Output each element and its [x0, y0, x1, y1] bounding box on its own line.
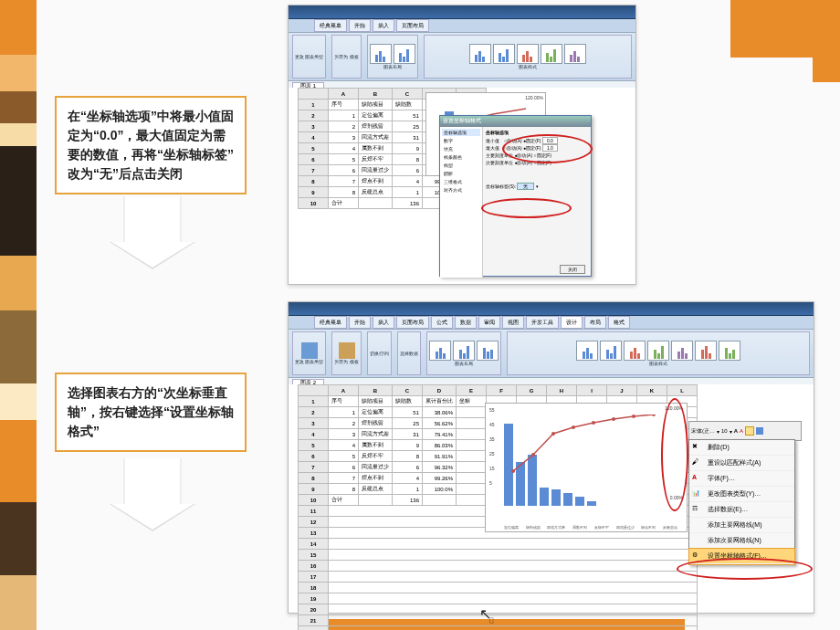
worksheet-1[interactable]: ABCDE 1序号缺陷项目缺陷数累计百分比坐标 21定位偏离5138.06% 3…	[289, 88, 635, 284]
tab[interactable]: 插入	[373, 19, 394, 32]
chart-type-icon: 📊	[692, 489, 701, 499]
window-titlebar	[289, 5, 635, 19]
svg-point-1	[531, 453, 535, 457]
cum-line	[504, 415, 668, 506]
svg-point-0	[511, 469, 515, 473]
ribbon-change-type[interactable]: 更改 图表类型	[292, 331, 326, 375]
embedded-chart-2[interactable]: 55 45 35 25 15 5 120.00% 0.00%	[485, 403, 688, 532]
screenshot-excel-2: 经典菜单 开始 插入 页面布局 公式 数据 审阅 视图 开发工具 设计 布局 格…	[288, 301, 814, 614]
mouse-cursor-icon: ↖⌷	[479, 605, 492, 625]
arrow-down-1	[123, 196, 182, 242]
tab-design[interactable]: 设计	[561, 316, 583, 329]
ribbon-switch[interactable]: 切换行/列	[367, 331, 392, 375]
ribbon-group-styles: 图表样式	[424, 35, 632, 79]
tab[interactable]: 开始	[349, 316, 371, 329]
tab[interactable]: 经典菜单	[314, 19, 347, 32]
tab[interactable]: 页面布局	[396, 19, 429, 32]
font-icon: A	[692, 474, 701, 483]
tab[interactable]: 页面布局	[396, 316, 429, 329]
ribbon: 更改 图表类型 另存为 模板 图表布局 图表样式	[289, 33, 635, 81]
ribbon-tabs: 经典菜单 开始 插入 页面布局 公式 数据 审阅 视图 开发工具 设计 布局 格…	[289, 316, 814, 330]
screenshot-excel-1: 经典菜单 开始 插入 页面布局 更改 图表类型 另存为 模板 图表布局	[288, 5, 636, 285]
ctx-format-axis[interactable]: ⚙设置坐标轴格式(F)…	[689, 549, 794, 564]
worksheet-2[interactable]: ABCDEFGHIJKL 1序号缺陷项目缺陷数累计百分比坐标 21定位偏离513…	[289, 384, 814, 613]
ribbon-group-styles: 图表样式	[507, 331, 810, 375]
delete-icon: ✖	[692, 443, 701, 452]
dialog-sidebar[interactable]: 坐标轴选项 数字 填充 线条颜色 线型 阴影 三维格式 对齐方式	[440, 127, 483, 278]
tab[interactable]: 格式	[608, 316, 630, 329]
svg-point-2	[551, 432, 555, 436]
tab[interactable]: 布局	[584, 316, 606, 329]
tab[interactable]: 经典菜单	[314, 316, 347, 329]
close-button[interactable]: 关闭	[560, 265, 585, 274]
svg-point-3	[572, 425, 575, 429]
ctx-reset-style[interactable]: 🖌重设以匹配样式(A)	[689, 456, 794, 471]
format-axis-dialog[interactable]: 设置坐标轴格式 坐标轴选项 数字 填充 线条颜色 线型 阴影 三维格式 对齐方式…	[439, 115, 592, 277]
corner-decoration-top	[730, 0, 840, 82]
ribbon-group-layout: 图表布局	[367, 35, 418, 79]
tab[interactable]: 公式	[431, 316, 453, 329]
slide: 在“坐标轴选项”中将最小值固定为“0.0”，最大值固定为需要的数值，再将“坐标轴…	[0, 0, 840, 630]
format-axis-icon: ⚙	[692, 551, 701, 561]
tick-label-dropdown[interactable]: 无	[517, 183, 534, 190]
tab[interactable]: 插入	[373, 316, 394, 329]
ctx-delete[interactable]: ✖删除(D)	[689, 440, 794, 456]
select-data-icon: ☶	[692, 505, 701, 514]
ribbon-group-template[interactable]: 另存为 模板	[331, 35, 361, 79]
ctx-change-chart-type[interactable]: 📊更改图表类型(Y)…	[689, 487, 794, 502]
arrow-down-2	[123, 458, 182, 504]
tab[interactable]: 开始	[349, 19, 371, 32]
ctx-font[interactable]: A字体(F)…	[689, 471, 794, 487]
callout-secondary-axis: 选择图表右方的“次坐标垂直轴”，按右键选择“设置坐标轴格式”	[55, 373, 247, 452]
tab[interactable]: 视图	[502, 316, 524, 329]
ribbon-save-template[interactable]: 另存为 模板	[331, 331, 361, 375]
window-titlebar	[289, 302, 814, 316]
ribbon-select-data[interactable]: 选择数据	[397, 331, 421, 375]
decorative-left-column	[0, 0, 37, 630]
ctx-minor-gridlines[interactable]: 添加次要网格线(N)	[689, 533, 794, 549]
dialog-main: 坐标轴选项 最小值 ○自动(A) ●固定(F) 0.0 最大值 ○自动(A) ●…	[483, 127, 591, 278]
ribbon-group-layout: 图表布局	[426, 331, 501, 375]
svg-point-7	[652, 415, 656, 416]
reset-icon: 🖌	[692, 458, 701, 467]
ribbon: 更改 图表类型 另存为 模板 切换行/列 选择数据 图表布局	[289, 330, 814, 378]
tab[interactable]: 数据	[455, 316, 477, 329]
ribbon-group-type[interactable]: 更改 图表类型	[292, 35, 326, 79]
mini-toolbar[interactable]: 宋体(正… ▾ 10 ▾ A A	[688, 421, 802, 441]
context-menu[interactable]: ✖删除(D) 🖌重设以匹配样式(A) A字体(F)… 📊更改图表类型(Y)… ☶…	[688, 439, 795, 565]
svg-point-5	[612, 417, 615, 421]
tab[interactable]: 审阅	[478, 316, 500, 329]
callout-axis-options: 在“坐标轴选项”中将最小值固定为“0.0”，最大值固定为需要的数值，再将“坐标轴…	[55, 96, 247, 194]
svg-point-6	[632, 415, 635, 418]
ctx-select-data[interactable]: ☶选择数据(E)…	[689, 502, 794, 518]
tab[interactable]: 开发工具	[526, 316, 559, 329]
highlight-tick-label	[481, 198, 572, 218]
svg-point-4	[592, 421, 595, 425]
dialog-title: 设置坐标轴格式	[440, 116, 591, 127]
ctx-major-gridlines[interactable]: 添加主要网格线(M)	[689, 518, 794, 533]
ribbon-tabs: 经典菜单 开始 插入 页面布局	[289, 19, 635, 33]
